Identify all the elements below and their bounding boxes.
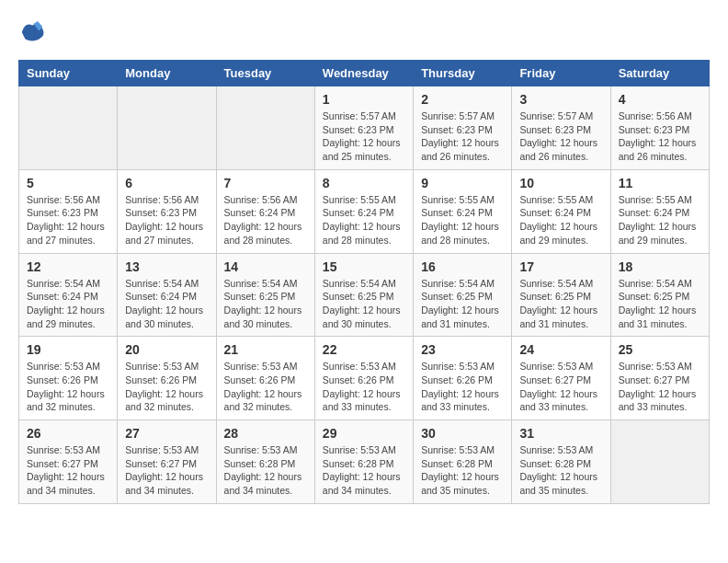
- calendar-cell: 17Sunrise: 5:54 AM Sunset: 6:25 PM Dayli…: [512, 253, 610, 337]
- day-number: 27: [125, 426, 208, 441]
- calendar-cell: 22Sunrise: 5:53 AM Sunset: 6:26 PM Dayli…: [314, 337, 413, 420]
- calendar-cell: 24Sunrise: 5:53 AM Sunset: 6:27 PM Dayli…: [512, 337, 610, 420]
- day-info: Sunrise: 5:53 AM Sunset: 6:28 PM Dayligh…: [519, 443, 602, 498]
- day-info: Sunrise: 5:54 AM Sunset: 6:25 PM Dayligh…: [519, 277, 602, 331]
- calendar-cell: 1Sunrise: 5:57 AM Sunset: 6:23 PM Daylig…: [314, 86, 413, 170]
- calendar-cell: 30Sunrise: 5:53 AM Sunset: 6:28 PM Dayli…: [414, 420, 512, 504]
- day-number: 4: [619, 92, 701, 107]
- day-number: 7: [224, 176, 307, 190]
- weekday-header-row: SundayMondayTuesdayWednesdayThursdayFrid…: [19, 61, 710, 86]
- calendar-cell: 27Sunrise: 5:53 AM Sunset: 6:27 PM Dayli…: [118, 420, 216, 504]
- calendar-cell: 23Sunrise: 5:53 AM Sunset: 6:26 PM Dayli…: [414, 337, 512, 420]
- day-number: 17: [519, 259, 602, 274]
- day-number: 28: [224, 426, 307, 441]
- day-info: Sunrise: 5:53 AM Sunset: 6:28 PM Dayligh…: [224, 443, 307, 498]
- day-info: Sunrise: 5:56 AM Sunset: 6:23 PM Dayligh…: [619, 109, 701, 164]
- day-info: Sunrise: 5:56 AM Sunset: 6:23 PM Dayligh…: [125, 193, 208, 247]
- calendar-cell: 8Sunrise: 5:55 AM Sunset: 6:24 PM Daylig…: [314, 169, 413, 253]
- day-number: 1: [323, 92, 405, 107]
- weekday-header-wednesday: Wednesday: [314, 61, 413, 86]
- day-info: Sunrise: 5:55 AM Sunset: 6:24 PM Dayligh…: [519, 193, 602, 247]
- calendar-cell: [216, 86, 314, 170]
- calendar-cell: 26Sunrise: 5:53 AM Sunset: 6:27 PM Dayli…: [19, 420, 118, 504]
- week-row-3: 12Sunrise: 5:54 AM Sunset: 6:24 PM Dayli…: [19, 253, 710, 337]
- day-number: 20: [125, 342, 208, 357]
- day-info: Sunrise: 5:55 AM Sunset: 6:24 PM Dayligh…: [421, 193, 504, 247]
- day-info: Sunrise: 5:55 AM Sunset: 6:24 PM Dayligh…: [323, 193, 405, 247]
- day-info: Sunrise: 5:54 AM Sunset: 6:24 PM Dayligh…: [27, 277, 109, 331]
- calendar-cell: [19, 86, 118, 170]
- calendar-cell: 14Sunrise: 5:54 AM Sunset: 6:25 PM Dayli…: [216, 253, 314, 337]
- day-info: Sunrise: 5:54 AM Sunset: 6:25 PM Dayligh…: [421, 277, 504, 331]
- calendar-cell: 21Sunrise: 5:53 AM Sunset: 6:26 PM Dayli…: [216, 337, 314, 420]
- weekday-header-thursday: Thursday: [414, 61, 512, 86]
- day-info: Sunrise: 5:53 AM Sunset: 6:27 PM Dayligh…: [519, 360, 602, 414]
- day-info: Sunrise: 5:56 AM Sunset: 6:23 PM Dayligh…: [27, 193, 109, 247]
- calendar-cell: 25Sunrise: 5:53 AM Sunset: 6:27 PM Dayli…: [610, 337, 709, 420]
- day-number: 25: [619, 342, 701, 357]
- calendar-cell: 29Sunrise: 5:53 AM Sunset: 6:28 PM Dayli…: [314, 420, 413, 504]
- day-info: Sunrise: 5:57 AM Sunset: 6:23 PM Dayligh…: [323, 109, 405, 164]
- day-info: Sunrise: 5:53 AM Sunset: 6:26 PM Dayligh…: [224, 360, 307, 414]
- calendar-cell: 10Sunrise: 5:55 AM Sunset: 6:24 PM Dayli…: [512, 169, 610, 253]
- day-number: 8: [323, 176, 405, 190]
- day-number: 15: [323, 259, 405, 274]
- day-number: 11: [619, 176, 701, 190]
- calendar-cell: [610, 420, 709, 504]
- calendar-cell: 3Sunrise: 5:57 AM Sunset: 6:23 PM Daylig…: [512, 86, 610, 170]
- day-info: Sunrise: 5:53 AM Sunset: 6:26 PM Dayligh…: [27, 360, 109, 414]
- calendar-cell: 2Sunrise: 5:57 AM Sunset: 6:23 PM Daylig…: [414, 86, 512, 170]
- calendar-cell: 5Sunrise: 5:56 AM Sunset: 6:23 PM Daylig…: [19, 169, 118, 253]
- day-info: Sunrise: 5:54 AM Sunset: 6:24 PM Dayligh…: [125, 277, 208, 331]
- day-info: Sunrise: 5:53 AM Sunset: 6:27 PM Dayligh…: [27, 443, 109, 498]
- day-number: 12: [27, 259, 109, 274]
- day-info: Sunrise: 5:55 AM Sunset: 6:24 PM Dayligh…: [619, 193, 701, 247]
- day-info: Sunrise: 5:53 AM Sunset: 6:26 PM Dayligh…: [323, 360, 405, 414]
- calendar-table: SundayMondayTuesdayWednesdayThursdayFrid…: [18, 60, 710, 504]
- day-number: 30: [421, 426, 504, 441]
- week-row-4: 19Sunrise: 5:53 AM Sunset: 6:26 PM Dayli…: [19, 337, 710, 420]
- calendar-cell: 28Sunrise: 5:53 AM Sunset: 6:28 PM Dayli…: [216, 420, 314, 504]
- day-number: 22: [323, 342, 405, 357]
- day-info: Sunrise: 5:53 AM Sunset: 6:27 PM Dayligh…: [125, 443, 208, 498]
- day-info: Sunrise: 5:57 AM Sunset: 6:23 PM Dayligh…: [421, 109, 504, 164]
- day-number: 3: [519, 92, 602, 107]
- day-number: 13: [125, 259, 208, 274]
- weekday-header-saturday: Saturday: [610, 61, 709, 86]
- day-number: 14: [224, 259, 307, 274]
- day-number: 9: [421, 176, 504, 190]
- day-info: Sunrise: 5:53 AM Sunset: 6:28 PM Dayligh…: [323, 443, 405, 498]
- day-number: 2: [421, 92, 504, 107]
- day-number: 23: [421, 342, 504, 357]
- day-number: 21: [224, 342, 307, 357]
- weekday-header-sunday: Sunday: [19, 61, 118, 86]
- day-info: Sunrise: 5:54 AM Sunset: 6:25 PM Dayligh…: [224, 277, 307, 331]
- page-header: [18, 18, 710, 46]
- calendar-cell: 13Sunrise: 5:54 AM Sunset: 6:24 PM Dayli…: [118, 253, 216, 337]
- day-number: 10: [519, 176, 602, 190]
- weekday-header-tuesday: Tuesday: [216, 61, 314, 86]
- calendar-cell: 19Sunrise: 5:53 AM Sunset: 6:26 PM Dayli…: [19, 337, 118, 420]
- calendar-cell: 31Sunrise: 5:53 AM Sunset: 6:28 PM Dayli…: [512, 420, 610, 504]
- day-info: Sunrise: 5:57 AM Sunset: 6:23 PM Dayligh…: [519, 109, 602, 164]
- day-info: Sunrise: 5:56 AM Sunset: 6:24 PM Dayligh…: [224, 193, 307, 247]
- day-info: Sunrise: 5:53 AM Sunset: 6:26 PM Dayligh…: [125, 360, 208, 414]
- calendar-cell: 16Sunrise: 5:54 AM Sunset: 6:25 PM Dayli…: [414, 253, 512, 337]
- calendar-cell: 18Sunrise: 5:54 AM Sunset: 6:25 PM Dayli…: [610, 253, 709, 337]
- week-row-1: 1Sunrise: 5:57 AM Sunset: 6:23 PM Daylig…: [19, 86, 710, 170]
- calendar-cell: 20Sunrise: 5:53 AM Sunset: 6:26 PM Dayli…: [118, 337, 216, 420]
- day-number: 6: [125, 176, 208, 190]
- day-info: Sunrise: 5:54 AM Sunset: 6:25 PM Dayligh…: [619, 277, 701, 331]
- day-info: Sunrise: 5:53 AM Sunset: 6:26 PM Dayligh…: [421, 360, 504, 414]
- day-number: 16: [421, 259, 504, 274]
- day-info: Sunrise: 5:53 AM Sunset: 6:27 PM Dayligh…: [619, 360, 701, 414]
- day-number: 24: [519, 342, 602, 357]
- calendar-cell: 11Sunrise: 5:55 AM Sunset: 6:24 PM Dayli…: [610, 169, 709, 253]
- calendar-cell: 7Sunrise: 5:56 AM Sunset: 6:24 PM Daylig…: [216, 169, 314, 253]
- calendar-cell: 9Sunrise: 5:55 AM Sunset: 6:24 PM Daylig…: [414, 169, 512, 253]
- logo-icon: [18, 18, 46, 46]
- day-info: Sunrise: 5:53 AM Sunset: 6:28 PM Dayligh…: [421, 443, 504, 498]
- calendar-cell: 15Sunrise: 5:54 AM Sunset: 6:25 PM Dayli…: [314, 253, 413, 337]
- day-number: 31: [519, 426, 602, 441]
- weekday-header-friday: Friday: [512, 61, 610, 86]
